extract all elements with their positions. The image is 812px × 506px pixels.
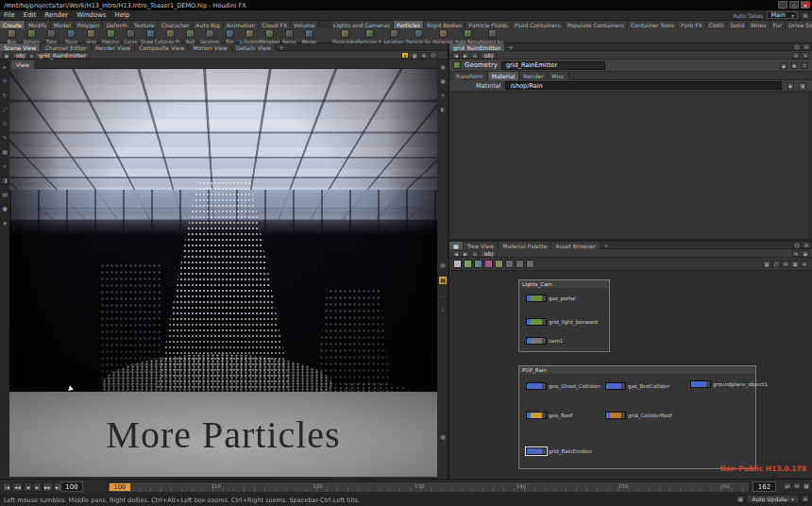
playbar-menu-icon[interactable]: ≡ [793,482,801,489]
network-toolbar-icon[interactable] [464,260,472,268]
play-button[interactable]: ▶ [33,482,42,492]
node-chooser-icon[interactable]: ◉ [787,82,794,89]
tab-transform[interactable]: Transform [451,72,488,80]
menu-item[interactable]: File [4,11,15,19]
open-floating-icon[interactable]: ▦ [799,82,806,89]
shelf-tab[interactable]: Rigid Bodies [424,21,465,28]
shelf-tool[interactable]: Tube [42,28,61,44]
network-toolbar-icon[interactable] [453,260,462,268]
grid-toggle-icon[interactable]: ▦ [440,434,446,440]
handles-icon[interactable]: ⊙ [2,121,7,126]
shelf-tab-create[interactable]: Create [0,21,25,28]
shelf-tool[interactable]: Merge [299,28,319,44]
tab-render[interactable]: Render [519,72,548,80]
frame-view-icon[interactable]: ▣ [440,78,446,84]
shelf-tab[interactable]: Solid [727,21,748,28]
network-toolbar-icon[interactable] [495,260,503,268]
pane-close-icon[interactable]: ✕ [803,242,810,248]
shelf-tool[interactable]: Grid [81,28,101,44]
prev-frame-button[interactable]: ◀◀ [12,482,23,492]
forward-icon[interactable]: ▶ [462,52,469,59]
shelf-tool[interactable]: Particle Sy [406,28,431,44]
node-groundplane[interactable]: groundplane_object1 [690,380,768,388]
view-tool-icon[interactable]: ⌖ [3,163,6,169]
view-tab[interactable]: View [11,60,34,69]
viewport-canvas[interactable]: More Particles [9,69,437,477]
maximize-button[interactable]: ▢ [789,1,799,8]
shelf-tool[interactable]: Box [2,28,22,44]
shelf-tool[interactable]: File [220,28,240,44]
menu-item[interactable]: Edit [24,11,37,19]
shelf-tool[interactable]: Torus [61,28,81,44]
shelf-tool[interactable]: Auto Retur [455,28,480,44]
shelf-tab[interactable]: Character [159,21,194,28]
shelf-tab[interactable]: Wires [748,21,770,28]
menu-item[interactable]: Help [114,11,129,19]
param-scrollbar[interactable] [808,92,812,239]
back-icon[interactable]: ◀ [452,250,460,257]
shelf-tool[interactable]: L-System [240,28,260,44]
pin-icon[interactable]: ◉ [3,52,10,59]
shelf-tool[interactable]: Attractor [431,28,455,44]
status-options-icon[interactable]: ≡ [802,496,809,502]
go-start-button[interactable]: |◀ [3,482,11,492]
shelf-tool[interactable]: Geometry [200,28,220,44]
shelf-tab[interactable]: Lights and Cameras [330,21,394,28]
back-icon[interactable]: ◀ [452,52,460,59]
playbar-options-icon[interactable]: ▦ [803,482,810,489]
shelf-tab[interactable]: Drive Simulation [786,21,812,28]
network-layout-icon[interactable]: ▦ [763,261,770,267]
gear-icon[interactable]: ✱ [790,62,798,69]
node-gaz-bedcollider[interactable]: gaz_BedCollider [605,382,669,390]
shelf-tool[interactable]: Metaball [260,28,279,44]
network-path-chip[interactable]: obj [481,250,497,257]
material-value-field[interactable]: /shop/Rain [505,81,782,90]
shelf-tab[interactable]: Texture [131,21,159,28]
viewport-layout-icon[interactable]: ▢ [430,52,437,59]
network-menu-icon[interactable]: ≡ [782,261,789,267]
network-toolbar-icon[interactable] [474,260,482,268]
param-path-chip[interactable]: obj [481,52,497,59]
scene-3d-view[interactable] [9,69,437,392]
shelf-tab[interactable]: Polygon [75,21,104,28]
take-selector[interactable]: Main ▾ [767,11,798,19]
home-icon[interactable]: ⌂ [471,52,479,59]
timeline-ruler[interactable]: 110120130140150160 100 [108,481,750,493]
node-geo-roof[interactable]: geo_Roof [526,412,572,419]
shelf-tool[interactable]: Draw Cur [141,28,161,44]
shelf-tab-particles[interactable]: Particles [394,21,424,28]
rotate-icon[interactable]: ↻ [2,93,7,98]
shelf-tab[interactable]: Cloud FX [259,21,291,28]
network-toolbar-icon[interactable] [526,260,534,268]
node-grid-rainemitter[interactable]: grid_RainEmitter [526,447,592,455]
mirror-icon[interactable]: ◨ [2,177,8,183]
auto-update-selector[interactable]: Auto Update ▾ [747,495,799,503]
memory-icon[interactable]: ▦ [736,496,744,502]
shelf-tab[interactable]: Volume [291,21,318,28]
menu-item[interactable]: Windows [76,11,106,19]
network-toolbar-icon[interactable] [516,260,524,268]
play-reverse-button[interactable]: ◀ [24,482,32,492]
current-frame-field[interactable]: 100 [60,481,83,492]
tab-material[interactable]: Material [488,72,519,80]
shelf-tool[interactable]: Ramp [279,28,299,44]
takes-menu-icon[interactable]: ≡ [802,12,809,19]
shelf-tool[interactable]: Curve [121,28,141,44]
viewport-menu-icon[interactable]: ≡ [420,52,428,59]
end-frame-field[interactable]: 162 [753,481,776,492]
diamond-icon[interactable]: ◈ [3,220,8,226]
node-grid-light[interactable]: grid_light_boxward [526,318,598,326]
help-icon[interactable]: ? [801,62,808,69]
display-options-icon[interactable]: ▤ [440,262,446,268]
pane-split-icon[interactable]: ▢ [793,242,801,248]
param-dropdown-icon[interactable]: ▾ [802,52,809,59]
lights-icon[interactable]: ☀ [440,93,445,98]
home-icon[interactable]: ⌂ [471,250,479,257]
move-icon[interactable]: ✛ [2,78,7,84]
shelf-tab[interactable]: Populate Containers [565,21,628,28]
path-chip-node[interactable]: grid_RainEmitter [35,52,90,59]
shelf-tab[interactable]: Auto Rig [193,21,223,28]
forward-icon[interactable]: ▶ [462,250,469,257]
tab-misc[interactable]: Misc [549,72,569,80]
node-geo-ghost-collision[interactable]: geo_Ghost_Collision [526,382,601,390]
